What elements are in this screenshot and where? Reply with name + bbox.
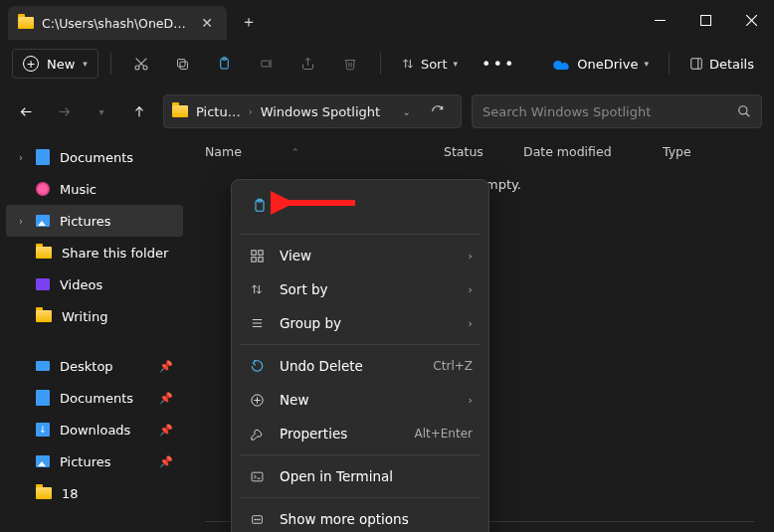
sidebar-label: Downloads <box>60 423 130 438</box>
sidebar-label: Writing <box>62 309 107 324</box>
forward-button[interactable] <box>50 97 78 125</box>
ctx-open-terminal[interactable]: Open in Terminal <box>238 459 483 493</box>
address-bar[interactable]: Pictu… › Windows Spotlight ⌄ <box>163 94 462 128</box>
search-icon[interactable] <box>737 104 751 118</box>
plus-circle-icon: + <box>23 56 39 72</box>
ctx-group-by[interactable]: Group by› <box>238 306 483 340</box>
maximize-button[interactable] <box>682 0 728 40</box>
rename-button[interactable] <box>249 48 285 80</box>
up-button[interactable] <box>125 97 153 125</box>
sidebar-item-documents[interactable]: ›Documents <box>6 141 183 173</box>
svg-point-45 <box>259 518 260 519</box>
quick-18[interactable]: 18 <box>6 477 183 509</box>
chevron-right-icon: › <box>249 106 253 117</box>
desktop-icon <box>36 361 50 371</box>
recent-button[interactable]: ▾ <box>88 97 115 125</box>
search-box[interactable] <box>472 94 762 128</box>
chevron-down-icon: ▾ <box>644 59 649 69</box>
documents-icon <box>36 149 50 165</box>
ctx-sort-by[interactable]: Sort by› <box>238 272 483 306</box>
tab-title: C:\Users\shash\OneDrive\Pictu <box>42 16 189 31</box>
separator <box>240 234 481 235</box>
ctx-paste-button[interactable] <box>244 190 276 222</box>
search-input[interactable] <box>483 104 737 119</box>
svg-rect-31 <box>258 257 262 261</box>
cut-button[interactable] <box>123 48 159 80</box>
column-type[interactable]: Type <box>663 144 742 159</box>
folder-icon <box>36 310 52 322</box>
pin-icon: 📌 <box>159 392 173 405</box>
more-button[interactable]: ••• <box>472 49 525 80</box>
column-name[interactable]: Name⌃ <box>205 144 444 159</box>
folder-icon <box>18 17 34 29</box>
terminal-icon <box>248 470 266 483</box>
sidebar-label: Music <box>60 182 97 197</box>
back-button[interactable] <box>12 97 40 125</box>
details-label: Details <box>709 57 754 72</box>
documents-icon <box>36 390 50 406</box>
sidebar-item-music[interactable]: Music <box>6 173 183 205</box>
ctx-properties[interactable]: PropertiesAlt+Enter <box>238 417 483 450</box>
separator <box>110 53 111 75</box>
quick-pictures[interactable]: Pictures📌 <box>6 445 183 477</box>
videos-icon <box>36 278 50 290</box>
svg-rect-8 <box>180 62 188 70</box>
downloads-icon: ↓ <box>36 423 50 437</box>
folder-icon <box>172 105 188 117</box>
new-label: New <box>47 57 75 72</box>
quick-desktop[interactable]: Desktop📌 <box>6 350 183 382</box>
sort-button[interactable]: Sort ▾ <box>393 51 466 78</box>
ctx-new[interactable]: New› <box>238 383 483 417</box>
tab-close-button[interactable]: ✕ <box>197 13 217 33</box>
separator <box>240 344 481 345</box>
new-tab-button[interactable]: ＋ <box>227 12 271 33</box>
details-button[interactable]: Details <box>681 51 762 78</box>
sidebar-item-share[interactable]: Share this folder <box>6 237 183 268</box>
sidebar-item-pictures[interactable]: ›Pictures <box>6 205 183 237</box>
pin-icon: 📌 <box>159 424 173 437</box>
breadcrumb[interactable]: Pictu… <box>196 104 241 119</box>
quick-downloads[interactable]: ↓Downloads📌 <box>6 414 183 445</box>
details-icon <box>689 57 703 71</box>
address-dropdown[interactable]: ⌄ <box>399 102 415 121</box>
window-tab[interactable]: C:\Users\shash\OneDrive\Pictu ✕ <box>8 6 227 40</box>
ctx-undo-delete[interactable]: Undo DeleteCtrl+Z <box>238 349 483 383</box>
close-button[interactable] <box>728 0 774 40</box>
separator <box>240 497 481 498</box>
column-date[interactable]: Date modified <box>523 144 663 159</box>
onedrive-button[interactable]: OneDrive ▾ <box>545 51 657 78</box>
share-button[interactable] <box>290 48 326 80</box>
nav-row: ▾ Pictu… › Windows Spotlight ⌄ <box>0 88 774 135</box>
ctx-show-more[interactable]: Show more options <box>238 502 483 532</box>
svg-rect-19 <box>691 59 702 70</box>
copy-button[interactable] <box>165 48 201 80</box>
music-icon <box>36 182 50 196</box>
paste-button[interactable] <box>207 48 243 80</box>
svg-rect-40 <box>252 472 263 481</box>
breadcrumb[interactable]: Windows Spotlight <box>261 104 381 119</box>
separator <box>669 53 670 75</box>
sidebar-label: Share this folder <box>62 246 168 261</box>
refresh-button[interactable] <box>423 100 453 122</box>
separator <box>380 53 381 75</box>
new-button[interactable]: + New ▾ <box>12 49 98 79</box>
cloud-icon <box>553 58 571 70</box>
sidebar-item-writing[interactable]: Writing <box>6 300 183 332</box>
pictures-icon <box>36 455 50 467</box>
delete-button[interactable] <box>332 48 368 80</box>
quick-documents[interactable]: Documents📌 <box>6 382 183 414</box>
svg-rect-9 <box>178 59 186 67</box>
plus-circle-icon <box>248 393 266 408</box>
minimize-button[interactable] <box>637 0 682 40</box>
svg-rect-30 <box>251 257 255 261</box>
pin-icon: 📌 <box>159 360 173 373</box>
separator <box>240 454 481 455</box>
group-icon <box>248 316 266 330</box>
column-status[interactable]: Status <box>444 144 523 159</box>
toolbar: + New ▾ Sort ▾ ••• OneDrive ▾ Details <box>0 40 774 88</box>
sidebar-item-videos[interactable]: Videos <box>6 268 183 300</box>
pictures-icon <box>36 215 50 227</box>
wrench-icon <box>248 427 266 442</box>
ctx-view[interactable]: View› <box>238 239 483 272</box>
svg-rect-29 <box>258 250 262 254</box>
